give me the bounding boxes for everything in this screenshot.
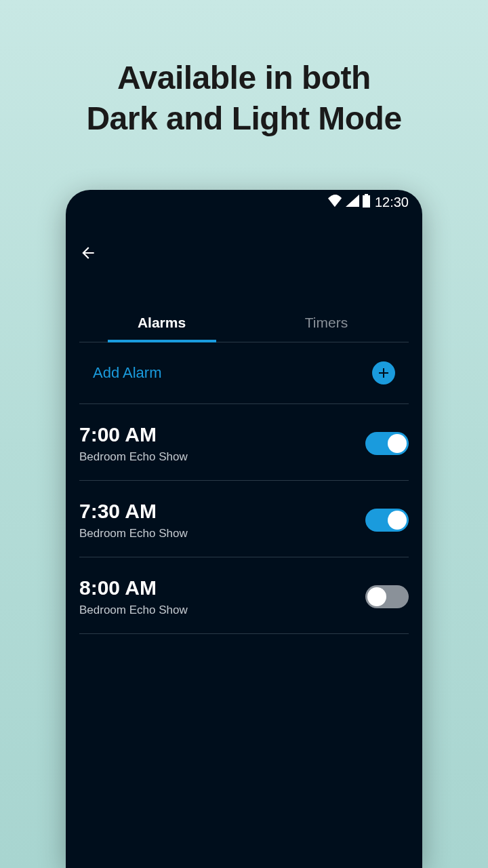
alarm-time: 8:00 AM [79, 576, 188, 599]
tab-alarms[interactable]: Alarms [79, 304, 244, 342]
wifi-icon [328, 195, 343, 210]
alarm-toggle[interactable] [365, 585, 409, 608]
toggle-knob [367, 587, 386, 606]
svg-rect-1 [363, 195, 370, 208]
add-alarm-button[interactable] [372, 361, 395, 384]
status-icons [328, 194, 371, 211]
back-button[interactable] [79, 244, 97, 262]
arrow-left-icon [79, 244, 97, 262]
hero-line1: Available in both [0, 58, 488, 98]
hero-title: Available in both Dark and Light Mode [0, 0, 488, 139]
app-header [66, 214, 422, 271]
plus-icon [377, 366, 390, 380]
alarm-list: 7:00 AM Bedroom Echo Show 7:30 AM Bedroo… [79, 404, 409, 634]
alarm-device: Bedroom Echo Show [79, 527, 188, 540]
alarm-time: 7:00 AM [79, 423, 188, 446]
alarm-device: Bedroom Echo Show [79, 450, 188, 464]
hero-line2: Dark and Light Mode [0, 98, 488, 139]
alarm-time: 7:30 AM [79, 500, 188, 523]
cellular-icon [346, 195, 359, 210]
tabs: Alarms Timers [79, 304, 409, 342]
tab-label: Timers [305, 315, 348, 330]
alarm-info: 7:30 AM Bedroom Echo Show [79, 500, 188, 540]
svg-rect-0 [365, 194, 368, 195]
alarm-info: 7:00 AM Bedroom Echo Show [79, 423, 188, 464]
alarm-device: Bedroom Echo Show [79, 604, 188, 617]
status-time: 12:30 [375, 195, 409, 210]
alarm-row[interactable]: 7:00 AM Bedroom Echo Show [79, 404, 409, 481]
alarm-row[interactable]: 7:30 AM Bedroom Echo Show [79, 481, 409, 557]
battery-icon [362, 194, 371, 211]
alarm-info: 8:00 AM Bedroom Echo Show [79, 576, 188, 617]
add-alarm-row[interactable]: Add Alarm [79, 342, 409, 404]
toggle-knob [388, 511, 407, 530]
add-alarm-label: Add Alarm [93, 364, 162, 382]
status-bar: 12:30 [66, 190, 422, 214]
alarm-toggle[interactable] [365, 432, 409, 455]
tab-label: Alarms [138, 315, 186, 330]
phone-frame: 12:30 Alarms Timers Add Alarm 7:00 AM Be… [66, 190, 422, 868]
toggle-knob [388, 434, 407, 453]
alarm-row[interactable]: 8:00 AM Bedroom Echo Show [79, 557, 409, 634]
tab-timers[interactable]: Timers [244, 304, 409, 342]
alarm-toggle[interactable] [365, 509, 409, 532]
